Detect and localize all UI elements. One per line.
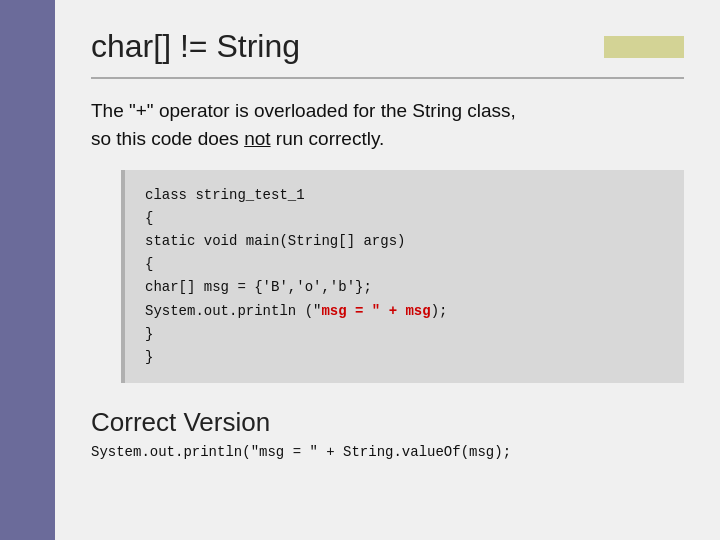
code-line3: static void main(String[] args) xyxy=(145,233,405,249)
code-line5: char[] msg = {'B','o','b'}; xyxy=(145,279,372,295)
correct-version-code: System.out.println("msg = " + String.val… xyxy=(91,444,684,460)
code-line6-highlight: msg = " + msg xyxy=(321,303,430,319)
code-line4: { xyxy=(145,256,153,272)
code-line7: } xyxy=(145,326,153,342)
code-block: class string_test_1 { static void main(S… xyxy=(121,170,684,383)
description-line2-prefix: so this code does xyxy=(91,128,244,149)
code-line2: { xyxy=(145,210,153,226)
code-line8: } xyxy=(145,349,153,365)
main-content: char[] != String The "+" operator is ove… xyxy=(55,0,720,540)
left-sidebar xyxy=(0,0,55,540)
title-accent-bar xyxy=(604,36,684,58)
description-not: not xyxy=(244,128,270,149)
code-line6-prefix: System.out.println (" xyxy=(145,303,321,319)
description-line2-suffix: run correctly. xyxy=(271,128,385,149)
description-line1: The "+" operator is overloaded for the S… xyxy=(91,100,516,121)
title-row: char[] != String xyxy=(91,28,684,77)
code-line6-suffix: ); xyxy=(431,303,448,319)
correct-version-title: Correct Version xyxy=(91,407,684,438)
page-title: char[] != String xyxy=(91,28,684,65)
description: The "+" operator is overloaded for the S… xyxy=(91,97,684,152)
title-divider xyxy=(91,77,684,79)
code-line1: class string_test_1 xyxy=(145,187,305,203)
